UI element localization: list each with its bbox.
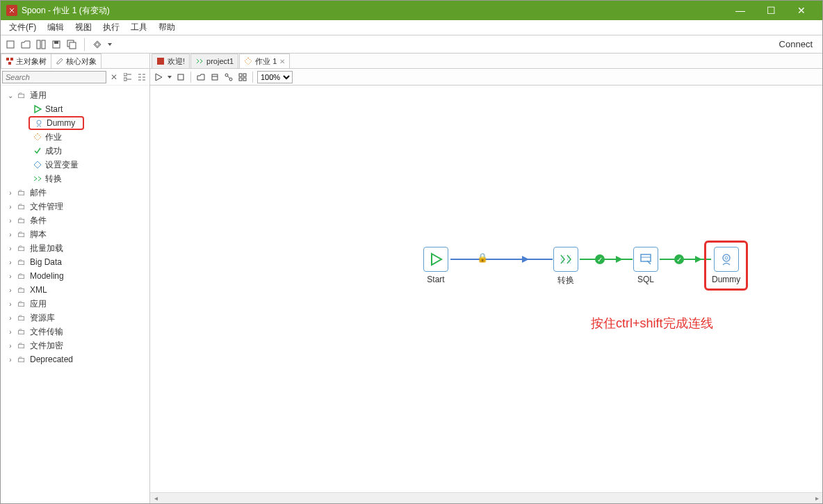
tree-folder[interactable]: ›🗀文件管理 bbox=[2, 200, 148, 213]
folder-icon: 🗀 bbox=[17, 327, 27, 336]
tree-folder[interactable]: ›🗀Modeling bbox=[2, 269, 148, 283]
menu-run[interactable]: 执行 bbox=[97, 20, 125, 35]
expand-icon[interactable]: › bbox=[6, 231, 15, 238]
minimize-button[interactable]: — bbox=[725, 1, 756, 20]
expand-icon[interactable]: › bbox=[6, 217, 15, 225]
close-button[interactable]: ✕ bbox=[786, 1, 817, 20]
folder-icon: 🗀 bbox=[17, 188, 27, 197]
editor-tab-welcome[interactable]: 欢迎! bbox=[152, 54, 190, 68]
collapse-icon[interactable]: ⌄ bbox=[6, 92, 15, 99]
tree-folder[interactable]: ›🗀文件传输 bbox=[2, 325, 148, 339]
menu-file[interactable]: 文件(F) bbox=[3, 20, 42, 35]
tree-item-job[interactable]: 作业 bbox=[2, 130, 148, 144]
menu-edit[interactable]: 编辑 bbox=[42, 20, 70, 35]
tree-item-dummy[interactable]: Dummy bbox=[28, 116, 84, 130]
tree-folder[interactable]: ›🗀资源库 bbox=[2, 311, 148, 325]
tree-item-label: Start bbox=[45, 104, 63, 114]
hop-sql-dummy[interactable] bbox=[660, 259, 711, 260]
hop-trans-sql[interactable] bbox=[580, 259, 633, 260]
open-icon[interactable] bbox=[20, 39, 31, 50]
tree-item-success[interactable]: 成功 bbox=[2, 144, 148, 158]
stop-icon[interactable] bbox=[175, 72, 186, 83]
maximize-button[interactable]: ☐ bbox=[756, 1, 786, 20]
new-icon[interactable] bbox=[5, 39, 16, 50]
replay-icon[interactable] bbox=[195, 72, 206, 83]
svg-rect-2 bbox=[37, 40, 40, 49]
tree-item-start[interactable]: Start bbox=[2, 102, 148, 116]
tree-folder[interactable]: ›🗀应用 bbox=[2, 297, 148, 311]
dropdown-icon[interactable] bbox=[107, 39, 113, 50]
folder-icon: 🗀 bbox=[17, 257, 27, 267]
tree-folder-general[interactable]: ⌄ 🗀 通用 bbox=[2, 88, 148, 102]
expand-icon[interactable]: › bbox=[6, 314, 15, 322]
collapse-all-icon[interactable] bbox=[136, 71, 148, 83]
arrow-icon bbox=[522, 256, 529, 263]
dropdown-icon[interactable] bbox=[167, 72, 172, 83]
tree-folder-label: 条件 bbox=[30, 215, 47, 227]
folder-icon: 🗀 bbox=[17, 341, 27, 350]
expand-icon[interactable]: › bbox=[6, 300, 15, 308]
expand-all-icon[interactable] bbox=[122, 71, 134, 83]
expand-icon[interactable]: › bbox=[6, 342, 15, 350]
welcome-icon bbox=[156, 57, 165, 65]
tree-folder[interactable]: ›🗀Deprecated bbox=[2, 352, 148, 366]
tree-item-setvar[interactable]: 设置变量 bbox=[2, 158, 148, 172]
tree-folder[interactable]: ›🗀Big Data bbox=[2, 255, 148, 269]
sql-icon[interactable] bbox=[209, 72, 220, 83]
expand-icon[interactable]: › bbox=[6, 286, 15, 294]
grid-icon[interactable] bbox=[237, 72, 248, 83]
editor-tab-job1[interactable]: 作业 1 ✕ bbox=[239, 54, 290, 68]
scroll-left-icon[interactable]: ◂ bbox=[150, 494, 161, 503]
tree-folder[interactable]: ›🗀脚本 bbox=[2, 227, 148, 241]
tab-core-objects[interactable]: 核心对象 bbox=[51, 54, 101, 68]
tree-folder-label: 文件传输 bbox=[30, 326, 63, 338]
canvas-node-dummy[interactable]: Dummy bbox=[712, 247, 740, 284]
save-as-icon[interactable] bbox=[66, 39, 77, 50]
connect-link[interactable]: Connect bbox=[774, 39, 818, 49]
close-tab-icon[interactable]: ✕ bbox=[279, 58, 285, 65]
run-icon[interactable] bbox=[153, 72, 164, 83]
editor-tabs: 欢迎! project1 作业 1 ✕ bbox=[150, 54, 822, 69]
scroll-right-icon[interactable]: ▸ bbox=[811, 494, 822, 503]
window-title: Spoon - 作业 1 (有变动) bbox=[22, 5, 725, 17]
canvas[interactable]: 🔒 ✓ ✓ Start 转换 bbox=[150, 86, 822, 503]
tree-folder[interactable]: ›🗀文件加密 bbox=[2, 339, 148, 352]
separator bbox=[252, 72, 253, 83]
hop-start-trans[interactable] bbox=[450, 259, 553, 260]
expand-icon[interactable]: › bbox=[6, 356, 15, 364]
editor-tab-label: 作业 1 bbox=[255, 56, 277, 67]
menu-help[interactable]: 帮助 bbox=[153, 20, 181, 35]
horizontal-scrollbar[interactable]: ◂ ▸ bbox=[150, 492, 822, 503]
tab-main-tree[interactable]: 主对象树 bbox=[1, 54, 51, 68]
expand-icon[interactable]: › bbox=[6, 273, 15, 280]
menu-view[interactable]: 视图 bbox=[70, 20, 97, 35]
tab-core-objects-label: 核心对象 bbox=[66, 56, 97, 67]
save-icon[interactable] bbox=[51, 39, 62, 50]
expand-icon[interactable]: › bbox=[6, 203, 15, 211]
expand-icon[interactable]: › bbox=[6, 259, 15, 266]
explore-icon[interactable] bbox=[35, 39, 47, 50]
tree-folder-label: 资源库 bbox=[30, 312, 55, 324]
canvas-node-start[interactable]: Start bbox=[423, 247, 448, 284]
canvas-toolbar: 100% bbox=[150, 69, 822, 86]
tree-folder[interactable]: ›🗀条件 bbox=[2, 213, 148, 227]
tree-folder[interactable]: ›🗀XML bbox=[2, 283, 148, 297]
folder-icon: 🗀 bbox=[17, 243, 27, 253]
tree-item-label: Dummy bbox=[47, 118, 75, 128]
canvas-node-trans[interactable]: 转换 bbox=[553, 247, 578, 286]
impact-icon[interactable] bbox=[223, 72, 234, 83]
search-clear-icon[interactable]: ✕ bbox=[108, 71, 120, 83]
menu-tools[interactable]: 工具 bbox=[125, 20, 153, 35]
expand-icon[interactable]: › bbox=[6, 245, 15, 252]
search-input[interactable] bbox=[2, 71, 106, 83]
expand-icon[interactable]: › bbox=[6, 328, 15, 336]
perspective-icon[interactable] bbox=[92, 39, 103, 50]
tree-item-trans[interactable]: 转换 bbox=[2, 172, 148, 186]
svg-rect-3 bbox=[42, 40, 45, 49]
tree-folder[interactable]: ›🗀邮件 bbox=[2, 186, 148, 200]
expand-icon[interactable]: › bbox=[6, 189, 15, 197]
editor-tab-project1[interactable]: project1 bbox=[190, 54, 238, 68]
tree-folder[interactable]: ›🗀批量加载 bbox=[2, 241, 148, 255]
zoom-select[interactable]: 100% bbox=[257, 71, 293, 83]
canvas-node-sql[interactable]: SQL bbox=[633, 247, 658, 284]
